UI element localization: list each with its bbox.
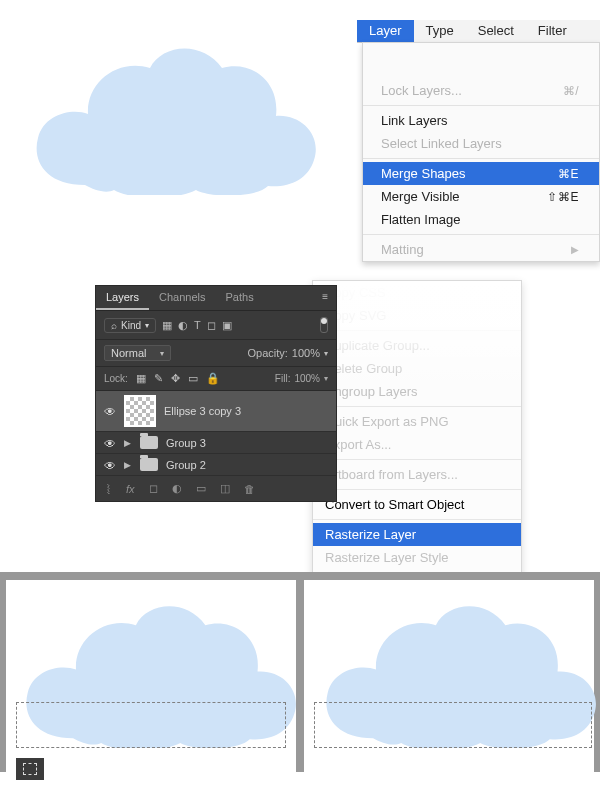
layer-filter-row: ⌕ Kind ▾ ▦ ◐ T ◻ ▣ [96,311,336,340]
lock-brush-icon[interactable]: ✎ [154,372,163,385]
menu-shortcut: ⌘E [558,167,579,181]
menu-merge-shapes[interactable]: Merge Shapes ⌘E [363,162,599,185]
layers-panel: Layers Channels Paths ≡ ⌕ Kind ▾ ▦ ◐ T ◻… [95,285,337,502]
visibility-icon[interactable]: 👁 [104,459,116,471]
menu-label: Select Linked Layers [381,136,502,151]
lock-label: Lock: [104,373,128,384]
visibility-icon[interactable]: 👁 [104,405,116,417]
ctx-item: Artboard from Layers... [313,463,521,486]
panel-menu-icon[interactable]: ≡ [314,286,336,310]
menu-label: Link Layers [381,113,447,128]
menu-label: Lock Layers... [381,83,462,98]
menu-label: Merge Visible [381,189,460,204]
link-icon[interactable]: ⦚ [106,483,112,495]
menu-link-layers[interactable]: Link Layers [363,109,599,132]
search-icon: ⌕ [111,320,117,331]
marquee-selection[interactable] [314,702,592,748]
opacity-group: Opacity: 100% ▾ [248,347,329,359]
blend-mode-select[interactable]: Normal [104,345,171,361]
menu-separator [363,105,599,106]
menubar-type[interactable]: Type [414,20,466,42]
ctx-item: Export As... [313,433,521,456]
menu-separator [313,489,521,490]
panel-footer: ⦚ fx ◻ ◐ ▭ ◫ 🗑 [96,476,336,501]
chevron-right-icon[interactable]: ▶ [124,438,132,448]
menubar-layer[interactable]: Layer [357,20,414,42]
menu-label: Flatten Image [381,212,461,227]
menubar-filter[interactable]: Filter [526,20,579,42]
filter-smart-icon[interactable]: ▣ [222,319,232,332]
filter-kind-select[interactable]: ⌕ Kind ▾ [104,318,156,333]
marquee-selection[interactable] [16,702,286,748]
opacity-label: Opacity: [248,347,288,359]
layer-row[interactable]: 👁 ▶ Group 3 [96,432,336,454]
lock-position-icon[interactable]: ✥ [171,372,180,385]
filter-adjust-icon[interactable]: ◐ [178,319,188,332]
new-layer-icon[interactable]: ◫ [220,482,230,495]
ctx-rasterize-layer[interactable]: Rasterize Layer [313,523,521,546]
menu-shortcut: ⇧⌘E [547,190,579,204]
fill-label: Fill: [275,373,291,384]
lock-row: Lock: ▦ ✎ ✥ ▭ 🔒 Fill: 100% ▾ [96,367,336,391]
menu-shortcut: ⌘/ [563,84,579,98]
menu-separator [363,158,599,159]
ctx-convert-smart-object[interactable]: Convert to Smart Object [313,493,521,516]
ctx-rasterize-style: Rasterize Layer Style [313,546,521,569]
adjust-icon[interactable]: ◐ [172,482,182,495]
tab-paths[interactable]: Paths [216,286,264,310]
menu-separator [313,519,521,520]
blend-row: Normal Opacity: 100% ▾ [96,340,336,367]
filter-type-icon[interactable]: T [194,319,201,331]
fx-icon[interactable]: fx [126,483,135,495]
filter-pixel-icon[interactable]: ▦ [162,319,172,332]
menu-flatten-image[interactable]: Flatten Image [363,208,599,231]
layer-dropdown: Lock Layers... ⌘/ Link Layers Select Lin… [362,42,600,262]
fill-group: Fill: 100% ▾ [275,373,328,384]
menu-merge-visible[interactable]: Merge Visible ⇧⌘E [363,185,599,208]
lock-all-icon[interactable]: 🔒 [206,372,220,385]
layer-row[interactable]: 👁 ▶ Group 2 [96,454,336,476]
fade-overlay [313,281,521,391]
panel-tabs: Layers Channels Paths ≡ [96,286,336,311]
layer-name[interactable]: Group 2 [166,459,206,471]
tab-layers[interactable]: Layers [96,286,149,310]
group-icon[interactable]: ▭ [196,482,206,495]
menu-separator [363,234,599,235]
menu-separator [313,406,521,407]
layer-row[interactable]: 👁 Ellipse 3 copy 3 [96,391,336,432]
ctx-item: Quick Export as PNG [313,410,521,433]
layer-name[interactable]: Ellipse 3 copy 3 [164,405,241,417]
cloud-artwork [30,40,320,195]
folder-icon [140,458,158,471]
screenshot-root: Layer Type Select Filter Lock Layers... … [0,0,600,791]
tab-channels[interactable]: Channels [149,286,215,310]
chevron-right-icon[interactable]: ▶ [124,460,132,470]
menubar-select[interactable]: Select [466,20,526,42]
folder-icon [140,436,158,449]
filter-shape-icon[interactable]: ◻ [207,319,216,332]
filter-toggle[interactable] [320,317,328,333]
lock-pixels-icon[interactable]: ▦ [136,372,146,385]
menu-separator [313,459,521,460]
menu-label: Merge Shapes [381,166,466,181]
menu-select-linked: Select Linked Layers [363,132,599,155]
opacity-value[interactable]: 100% [292,347,320,359]
blend-mode-label: Normal [111,347,146,359]
layer-name[interactable]: Group 3 [166,437,206,449]
marquee-tool-icon[interactable] [16,758,44,780]
submenu-arrow-icon: ▶ [571,244,579,255]
menu-label: Matting [381,242,424,257]
visibility-icon[interactable]: 👁 [104,437,116,449]
trash-icon[interactable]: 🗑 [244,483,255,495]
mask-icon[interactable]: ◻ [149,482,158,495]
fill-value[interactable]: 100% [294,373,320,384]
lock-artboard-icon[interactable]: ▭ [188,372,198,385]
menu-matting: Matting ▶ [363,238,599,261]
filter-kind-label: Kind [121,320,141,331]
menu-lock-layers: Lock Layers... ⌘/ [363,79,599,102]
layer-thumbnail[interactable] [124,395,156,427]
app-menubar: Layer Type Select Filter [357,20,600,43]
